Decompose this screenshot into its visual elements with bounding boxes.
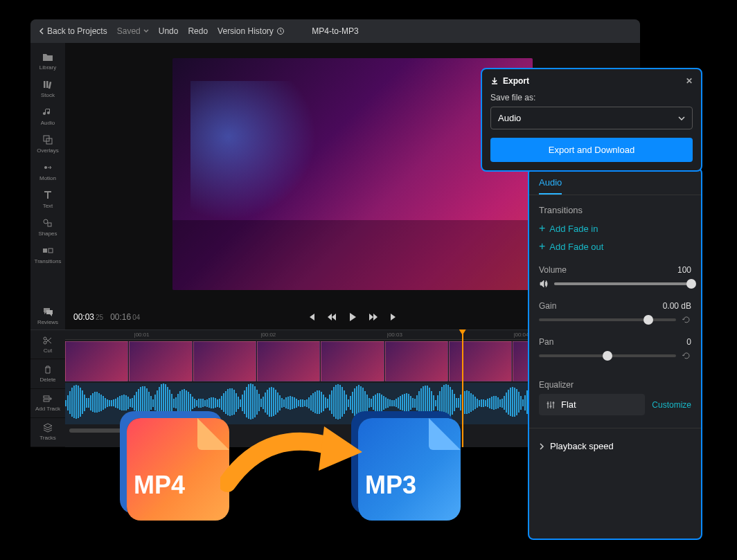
tab-audio[interactable]: Audio [539,177,562,195]
tool-label: Tracks [39,435,56,441]
project-title: MP4-to-MP3 [312,26,358,36]
export-format-select[interactable]: Audio [490,107,693,129]
sidebar-item-label: Shapes [38,231,57,237]
history-icon [276,27,285,35]
svg-rect-14 [44,399,49,401]
play-button[interactable] [348,312,357,322]
sidebar-item-label: Reviews [37,319,58,325]
layers-icon [43,423,53,433]
timeline-tools: Cut Delete Add Track Tracks [30,330,65,447]
transitions-heading: Transitions [539,205,691,215]
back-label: Back to Projects [47,26,107,36]
equalizer-icon [546,400,556,410]
sidebar-item-label: Library [39,64,56,71]
svg-point-11 [44,337,46,340]
text-icon [42,190,53,201]
svg-rect-2 [46,81,48,88]
close-button[interactable]: ✕ [686,76,693,86]
sidebar-item-label: Transitions [35,258,62,264]
forward-button[interactable] [368,312,378,322]
export-title: Export [503,76,529,86]
cut-button[interactable]: Cut [30,330,65,359]
undo-button[interactable]: Undo [159,26,179,36]
mp3-badge: MP3 [358,418,461,521]
svg-rect-1 [44,81,46,88]
volume-label: Volume [539,265,567,275]
svg-rect-9 [43,249,47,253]
ruler-tick: |00:04 [513,332,529,338]
transitions-icon [42,245,53,256]
sidebar-item-label: Audio [41,120,55,126]
comment-icon [42,306,53,317]
sidebar: Library Stock Audio Overlays Motion Text [30,43,65,329]
motion-icon [42,162,53,173]
add-fade-in-button[interactable]: +Add Fade in [539,222,691,235]
volume-value: 100 [677,265,691,275]
pan-value: 0 [686,337,691,347]
ruler-tick: |00:02 [260,332,276,338]
add-track-button[interactable]: Add Track [30,389,65,418]
rewind-button[interactable] [327,312,337,322]
svg-point-7 [44,219,48,224]
playback-speed-toggle[interactable]: Playback speed [539,441,691,451]
volume-slider[interactable] [539,279,691,289]
sidebar-item-label: Text [43,203,53,209]
skip-forward-button[interactable] [389,312,399,322]
timecode: 00:0325 00:1604 [73,312,140,322]
svg-rect-8 [48,223,51,226]
shapes-icon [42,217,53,228]
svg-point-12 [44,341,46,344]
ruler-tick: |00:01 [134,332,150,338]
export-download-button[interactable]: Export and Download [490,138,693,162]
equalizer-preset-select[interactable]: Flat [539,394,645,415]
video-preview[interactable] [172,58,533,290]
topbar: Back to Projects Saved Undo Redo Version… [30,19,640,43]
sidebar-item-overlays[interactable]: Overlays [30,130,65,158]
sidebar-item-reviews[interactable]: Reviews [30,302,65,329]
chevron-left-icon [39,28,44,35]
version-history-button[interactable]: Version History [217,26,285,36]
sidebar-item-audio[interactable]: Audio [30,102,65,130]
sidebar-item-label: Motion [39,175,56,181]
playhead[interactable] [462,330,463,447]
add-fade-out-button[interactable]: +Add Fade out [539,240,691,253]
export-panel: Export ✕ Save file as: Audio Export and … [481,68,702,172]
redo-button[interactable]: Redo [188,26,208,36]
audio-panel: Audio Transitions +Add Fade in +Add Fade… [528,168,702,540]
sidebar-item-library[interactable]: Library [30,47,65,75]
volume-icon [539,279,549,289]
folder-icon [42,51,53,62]
sidebar-item-shapes[interactable]: Shapes [30,213,65,241]
back-to-projects-button[interactable]: Back to Projects [39,26,107,36]
ruler-tick: |00:03 [387,332,402,338]
chevron-right-icon [539,443,544,450]
delete-button[interactable]: Delete [30,359,65,388]
chevron-down-icon [678,116,685,120]
sidebar-item-stock[interactable]: Stock [30,75,65,102]
equalizer-label: Equalizer [539,380,574,390]
chevron-down-icon [143,29,149,33]
svg-rect-10 [48,249,53,253]
tool-label: Add Track [35,406,60,412]
gain-label: Gain [539,301,556,311]
customize-button[interactable]: Customize [652,400,691,410]
reset-button[interactable] [682,351,691,361]
gain-value: 0.00 dB [663,301,691,311]
sidebar-item-motion[interactable]: Motion [30,158,65,186]
save-status[interactable]: Saved [117,26,149,36]
mp4-badge: MP4 [127,418,229,521]
stock-icon [42,79,53,90]
sidebar-item-label: Overlays [37,147,59,154]
sidebar-item-text[interactable]: Text [30,186,65,213]
download-icon [490,77,499,85]
trash-icon [43,365,53,374]
skip-back-button[interactable] [306,312,316,322]
sidebar-item-transitions[interactable]: Transitions [30,241,65,269]
tool-label: Delete [39,377,55,383]
pan-slider[interactable] [539,351,691,361]
gain-slider[interactable] [539,315,691,325]
svg-point-6 [44,166,47,169]
tool-label: Cut [44,347,52,354]
reset-button[interactable] [682,315,691,325]
tracks-button[interactable]: Tracks [30,418,65,447]
